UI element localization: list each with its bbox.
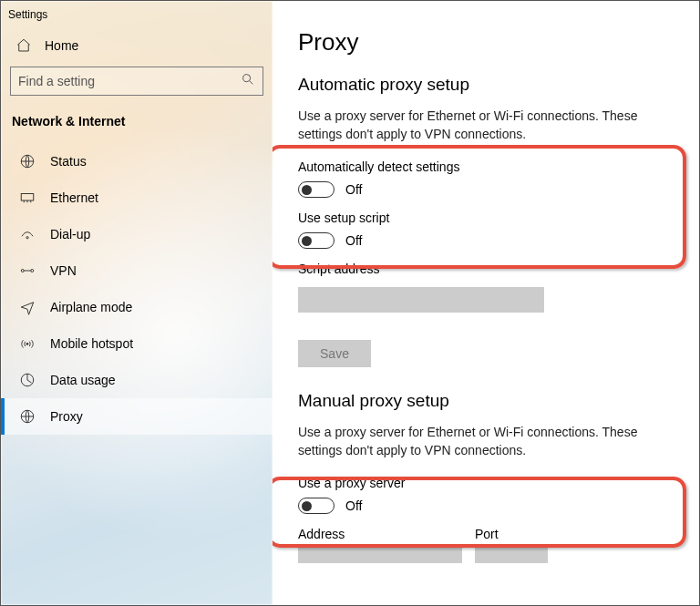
sidebar-item-label: Ethernet bbox=[50, 190, 98, 205]
settings-window: Settings Home Network & Internet Stat bbox=[0, 0, 700, 606]
sidebar-item-label: Proxy bbox=[50, 409, 83, 424]
manual-address-label: Address bbox=[298, 527, 462, 541]
auto-detect-state: Off bbox=[345, 182, 362, 197]
manual-section-desc: Use a proxy server for Ethernet or Wi-Fi… bbox=[298, 424, 663, 459]
svg-rect-3 bbox=[21, 194, 34, 201]
vpn-icon bbox=[19, 262, 36, 279]
use-script-state: Off bbox=[345, 233, 362, 248]
sidebar-item-ethernet[interactable]: Ethernet bbox=[1, 180, 273, 216]
svg-point-4 bbox=[26, 237, 28, 239]
auto-detect-toggle[interactable] bbox=[298, 181, 335, 198]
manual-section-heading: Manual proxy setup bbox=[298, 391, 674, 411]
sidebar-item-label: Dial-up bbox=[50, 227, 90, 241]
sidebar-item-label: Status bbox=[50, 154, 87, 169]
dialup-icon bbox=[19, 226, 36, 242]
sidebar-item-label: VPN bbox=[50, 263, 77, 278]
ethernet-icon bbox=[19, 190, 36, 206]
manual-address-input[interactable] bbox=[298, 545, 462, 563]
sidebar-item-label: Airplane mode bbox=[50, 300, 132, 314]
sidebar-item-proxy[interactable]: Proxy bbox=[1, 398, 273, 435]
svg-point-7 bbox=[26, 343, 28, 344]
sidebar-item-datausage[interactable]: Data usage bbox=[1, 362, 273, 398]
sidebar-item-airplane[interactable]: Airplane mode bbox=[1, 289, 273, 325]
content-pane: Proxy Automatic proxy setup Use a proxy … bbox=[273, 1, 699, 605]
sidebar-item-vpn[interactable]: VPN bbox=[1, 252, 273, 289]
script-address-input[interactable] bbox=[298, 287, 544, 313]
auto-detect-label: Automatically detect settings bbox=[298, 159, 674, 174]
auto-section-desc: Use a proxy server for Ethernet or Wi-Fi… bbox=[298, 108, 663, 143]
sidebar: Settings Home Network & Internet Stat bbox=[1, 1, 273, 605]
proxy-icon bbox=[19, 408, 36, 425]
page-title: Proxy bbox=[298, 28, 674, 56]
category-heading: Network & Internet bbox=[1, 110, 273, 143]
airplane-icon bbox=[19, 299, 36, 315]
save-button[interactable]: Save bbox=[298, 340, 371, 367]
manual-port-input[interactable] bbox=[475, 545, 548, 563]
use-proxy-label: Use a proxy server bbox=[298, 476, 674, 490]
home-label: Home bbox=[45, 38, 78, 53]
use-script-label: Use setup script bbox=[298, 211, 674, 225]
status-icon bbox=[19, 153, 36, 169]
svg-point-5 bbox=[21, 270, 24, 272]
script-address-label: Script address bbox=[298, 262, 674, 276]
svg-point-6 bbox=[31, 270, 34, 272]
svg-point-0 bbox=[243, 75, 251, 82]
home-icon bbox=[15, 37, 32, 54]
sidebar-item-hotspot[interactable]: Mobile hotspot bbox=[1, 325, 273, 362]
datausage-icon bbox=[19, 372, 36, 388]
sidebar-item-label: Mobile hotspot bbox=[50, 336, 133, 351]
use-script-toggle[interactable] bbox=[298, 232, 335, 249]
search-input[interactable] bbox=[18, 74, 241, 88]
use-proxy-state: Off bbox=[345, 498, 362, 513]
search-box[interactable] bbox=[10, 67, 263, 96]
home-button[interactable]: Home bbox=[1, 28, 273, 63]
sidebar-item-status[interactable]: Status bbox=[1, 143, 273, 180]
svg-line-1 bbox=[250, 81, 252, 84]
hotspot-icon bbox=[19, 335, 36, 352]
sidebar-item-dialup[interactable]: Dial-up bbox=[1, 216, 273, 252]
app-title: Settings bbox=[1, 6, 273, 28]
manual-port-label: Port bbox=[475, 527, 548, 541]
auto-section-heading: Automatic proxy setup bbox=[298, 75, 674, 95]
sidebar-item-label: Data usage bbox=[50, 373, 116, 387]
search-icon bbox=[241, 72, 255, 90]
use-proxy-toggle[interactable] bbox=[298, 498, 335, 514]
